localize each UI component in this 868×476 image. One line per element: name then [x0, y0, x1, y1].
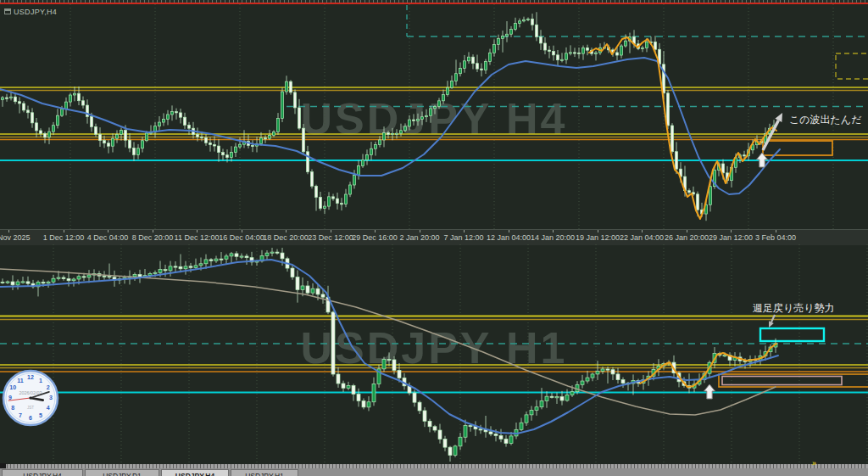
- time-axis-tick: [687, 230, 687, 232]
- scroll-end-marker[interactable]: »: [812, 459, 816, 468]
- time-axis-tick: [153, 230, 153, 232]
- svg-text:2: 2: [47, 384, 50, 390]
- time-axis-label: 11 Dec 12:00: [175, 233, 220, 242]
- time-axis-label: 3 Feb 04:00: [755, 233, 796, 242]
- time-axis-tick: [331, 230, 331, 232]
- time-axis-label: 18 Dec 20:00: [263, 233, 309, 242]
- time-axis-tick: [642, 230, 643, 232]
- time-axis-tick: [420, 230, 420, 232]
- svg-text:5: 5: [39, 412, 42, 418]
- chart-tab-bar: USDJPY,H4USDJPY,D1USDJPY,H4USDJPY,H1: [0, 468, 868, 476]
- time-axis-tick: [197, 230, 198, 232]
- svg-text:1: 1: [39, 378, 42, 384]
- time-axis-tick: [598, 230, 598, 232]
- time-axis-label: 8 Dec 20:00: [132, 233, 174, 242]
- svg-text:12: 12: [27, 374, 34, 380]
- svg-text:4: 4: [47, 405, 50, 411]
- svg-text:8: 8: [11, 405, 14, 411]
- time-axis-label: 19 Jan 12:00: [576, 233, 620, 242]
- horizontal-level-lines: [0, 316, 868, 393]
- time-axis-tick: [464, 230, 465, 232]
- chart-tab[interactable]: USDJPY,H1: [231, 469, 298, 476]
- time-axis-tick: [242, 230, 242, 232]
- svg-text:3: 3: [49, 395, 53, 400]
- time-axis-tick: [731, 230, 732, 232]
- time-axis-label: 2 Jan 20:00: [399, 233, 439, 242]
- mt4-window: { "titles": { "symbol_label": "USDJPY,H4…: [0, 0, 868, 476]
- time-axis-label: 26 Nov 2025: [0, 233, 31, 242]
- time-axis-label: 1 Dec 12:00: [43, 233, 85, 242]
- time-axis-label: 12 Jan 04:00: [487, 233, 531, 242]
- time-axis-label: 16 Dec 04:00: [219, 233, 264, 242]
- annotation-arrow: [763, 113, 782, 150]
- time-axis-tick: [375, 230, 376, 232]
- orange-target-rect: [763, 141, 832, 155]
- cyan-supply-rect: [760, 328, 824, 341]
- svg-text:11: 11: [17, 378, 24, 384]
- time-axis-label: 14 Jan 20:00: [531, 233, 575, 242]
- svg-text:10: 10: [9, 384, 16, 390]
- chart-tab[interactable]: USDJPY,H4: [161, 469, 229, 476]
- time-axis-tick: [64, 230, 64, 232]
- grid-lines: [53, 244, 867, 464]
- time-axis-label: 29 Dec 16:00: [352, 233, 398, 242]
- candles: [2, 12, 776, 221]
- svg-text:7: 7: [19, 412, 22, 418]
- ma-blue: [0, 260, 778, 434]
- pink-zone-rect: [722, 377, 842, 385]
- time-axis-label: 7 Jan 12:00: [443, 233, 483, 242]
- analog-clock-indicator: 1234567891011122026/02/03JST: [2, 369, 59, 427]
- time-axis-tick: [776, 230, 776, 232]
- time-axis[interactable]: 26 Nov 20251 Dec 12:004 Dec 04:008 Dec 2…: [0, 229, 868, 245]
- horizontal-level-lines: [0, 5, 868, 160]
- chart-usdjpy-h4[interactable]: USDJPY H4 USDJPY,H4 この波出たんだ: [0, 4, 868, 229]
- time-axis-tick: [286, 230, 287, 232]
- time-axis-tick: [553, 230, 554, 232]
- time-axis-label: 26 Jan 20:00: [665, 233, 709, 242]
- chart-tab[interactable]: USDJPY,D1: [85, 469, 159, 476]
- time-axis-label: 23 Dec 12:00: [308, 233, 353, 242]
- time-axis-label: 22 Jan 04:00: [620, 233, 664, 242]
- time-axis-label: 29 Jan 12:00: [709, 233, 753, 242]
- annotation-text: 週足戻り売り勢力: [753, 302, 835, 314]
- chart-tab[interactable]: USDJPY,H4: [2, 469, 83, 476]
- time-axis-label: 4 Dec 04:00: [87, 233, 129, 242]
- time-axis-tick: [509, 230, 509, 232]
- up-arrow-marker: [704, 384, 715, 399]
- clock-timezone: JST: [27, 406, 34, 410]
- annotation-text: この波出たんだ: [789, 114, 861, 126]
- time-axis-tick: [108, 230, 108, 232]
- svg-text:6: 6: [29, 415, 32, 421]
- dashed-gold-zone-rect: [836, 53, 868, 79]
- chart-usdjpy-h1[interactable]: USDJPY H1 週足戻り売り勢力: [0, 244, 868, 464]
- time-axis-tick: [8, 230, 9, 232]
